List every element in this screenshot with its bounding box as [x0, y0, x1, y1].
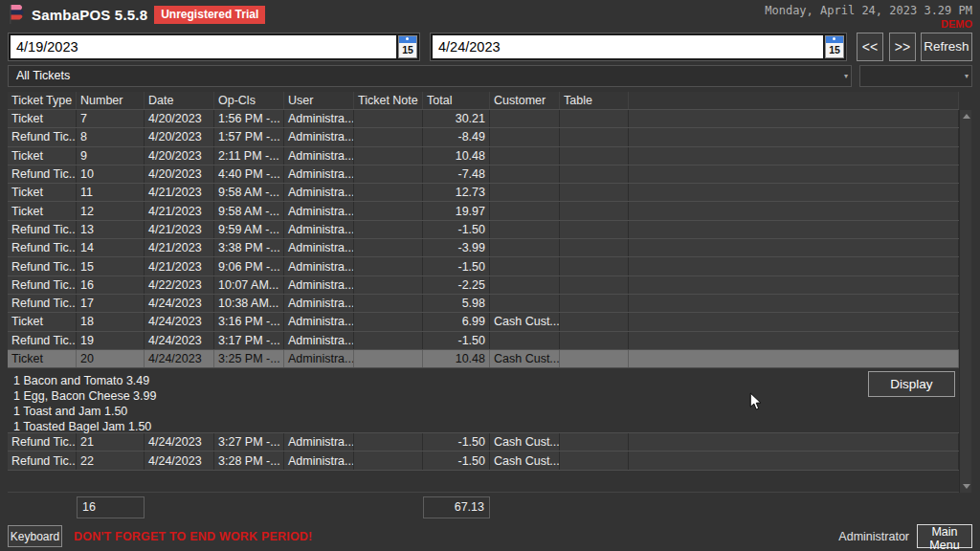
cell-date: 4/24/2023 — [145, 452, 214, 469]
cell-number: 11 — [77, 184, 145, 201]
title-bar: SambaPOS 5.5.8 Unregistered Trial Monday… — [0, 0, 980, 29]
cell-user: Administra... — [284, 276, 354, 294]
ticket-detail-line: 1 Bacon and Tomato 3.49 — [13, 373, 959, 388]
table-row-ticket-10[interactable]: Refund Tic...104/20/20234:40 PM -...Admi… — [8, 165, 959, 184]
column-header-customer[interactable]: Customer — [490, 92, 560, 109]
cell-filler — [629, 313, 959, 330]
table-row-ticket-17[interactable]: Refund Tic...174/24/202310:38 AM...Admin… — [8, 295, 959, 313]
keyboard-button[interactable]: Keyboard — [8, 525, 62, 547]
cell-user: Administra... — [284, 257, 354, 275]
table-row-ticket-12[interactable]: Ticket124/21/20239:58 AM -...Administra.… — [8, 202, 959, 220]
cell-table — [560, 452, 629, 469]
cell-filler — [629, 239, 959, 256]
table-row-ticket-19[interactable]: Refund Tic...194/24/20233:17 PM -...Admi… — [8, 332, 959, 350]
cell-number: 10 — [77, 165, 145, 183]
cell-date: 4/22/2023 — [145, 276, 214, 294]
cell-ticket-type: Ticket — [8, 110, 77, 127]
cell-number: 21 — [77, 433, 145, 451]
cell-filler — [629, 147, 959, 165]
next-period-button[interactable]: >> — [889, 33, 916, 61]
column-header-op-cls[interactable]: Op-Cls — [214, 92, 284, 109]
cell-table — [560, 276, 629, 294]
cell-filler — [629, 184, 959, 201]
table-row-ticket-16[interactable]: Refund Tic...164/22/202310:07 AM...Admin… — [8, 276, 959, 295]
ticket-detail-line: 1 Egg, Bacon Cheese 3.99 — [13, 388, 959, 404]
column-header-filler — [629, 92, 959, 109]
ticket-filter-value: All Tickets — [16, 69, 70, 82]
cell-number: 7 — [77, 110, 145, 127]
calendar-day-number: 15 — [826, 43, 843, 57]
column-header-table[interactable]: Table — [560, 92, 629, 109]
cell-table — [560, 433, 629, 451]
previous-period-button[interactable]: << — [857, 33, 883, 61]
start-date-input[interactable] — [11, 35, 396, 58]
cell-customer — [490, 295, 560, 312]
cell-customer — [490, 165, 560, 183]
table-row-ticket-18[interactable]: Ticket184/24/20233:16 PM -...Administra.… — [8, 313, 959, 331]
column-header-ticket-type[interactable]: Ticket Type — [8, 92, 77, 109]
table-row-ticket-20[interactable]: Ticket204/24/20233:25 PM -...Administra.… — [8, 350, 959, 368]
display-button[interactable]: Display — [868, 371, 955, 397]
cell-ticket-note — [354, 313, 423, 330]
cell-customer: Cash Cust... — [490, 350, 560, 367]
cell-op-cls: 3:16 PM -... — [214, 313, 284, 330]
table-row-ticket-21[interactable]: Refund Tic...214/24/20233:27 PM -...Admi… — [8, 433, 959, 452]
cell-table — [560, 147, 629, 165]
column-header-date[interactable]: Date — [145, 92, 214, 109]
cell-date: 4/21/2023 — [145, 257, 214, 275]
column-header-total[interactable]: Total — [423, 92, 490, 109]
vertical-scrollbar[interactable] — [959, 110, 971, 493]
cell-date: 4/24/2023 — [145, 350, 214, 367]
cell-op-cls: 9:06 PM -... — [214, 257, 284, 275]
table-row-ticket-15[interactable]: Refund Tic...154/21/20239:06 PM -...Admi… — [8, 257, 959, 276]
scroll-down-icon[interactable] — [963, 484, 970, 489]
cell-date: 4/21/2023 — [145, 239, 214, 256]
cell-total: -3.99 — [423, 239, 490, 256]
cell-user: Administra... — [284, 452, 354, 469]
table-row-ticket-7[interactable]: Ticket74/20/20231:56 PM -...Administra..… — [8, 110, 959, 128]
cell-user: Administra... — [284, 184, 354, 201]
secondary-filter-dropdown[interactable]: ▾ — [859, 65, 972, 87]
cell-filler — [629, 202, 959, 219]
clock-area: Monday, April 24, 2023 3.29 PM DEMO — [765, 0, 972, 30]
cell-table — [560, 221, 629, 238]
ticket-count-total: 16 — [77, 496, 145, 518]
end-date-calendar-button[interactable]: 15 — [825, 35, 844, 58]
table-row-ticket-14[interactable]: Refund Tic...144/21/20233:38 PM -...Admi… — [8, 239, 959, 257]
cell-ticket-type: Ticket — [8, 313, 77, 330]
cell-date: 4/20/2023 — [145, 128, 214, 145]
cell-total: -1.50 — [423, 257, 490, 275]
column-header-ticket-note[interactable]: Ticket Note — [354, 92, 423, 109]
cell-customer — [490, 276, 560, 294]
cell-customer: Cash Cust... — [490, 313, 560, 330]
cell-user: Administra... — [284, 313, 354, 330]
end-date-input[interactable] — [433, 35, 823, 58]
ticket-filter-dropdown[interactable]: All Tickets ▾ — [8, 65, 852, 87]
cell-ticket-type: Refund Tic... — [8, 332, 77, 349]
cell-number: 13 — [77, 221, 145, 238]
table-row-ticket-9[interactable]: Ticket94/20/20232:11 PM -...Administra..… — [8, 147, 959, 165]
cell-ticket-type: Refund Tic... — [8, 239, 77, 256]
cell-ticket-note — [354, 165, 423, 183]
cell-total: -7.48 — [423, 165, 490, 183]
table-row-ticket-8[interactable]: Refund Tic...84/20/20231:57 PM -...Admin… — [8, 128, 959, 146]
column-header-number[interactable]: Number — [77, 92, 145, 109]
main-menu-button[interactable]: Main Menu — [917, 524, 972, 548]
cell-ticket-type: Refund Tic... — [8, 295, 77, 312]
refresh-button[interactable]: Refresh — [921, 33, 972, 61]
cell-total: 10.48 — [423, 350, 490, 367]
cell-date: 4/20/2023 — [145, 165, 214, 183]
table-row-ticket-13[interactable]: Refund Tic...134/21/20239:59 AM -...Admi… — [8, 221, 959, 239]
cell-number: 22 — [77, 452, 145, 469]
work-period-warning: DON'T FORGET TO END WORK PERIOD! — [74, 530, 312, 543]
table-rows: Ticket74/20/20231:56 PM -...Administra..… — [8, 110, 959, 471]
table-row-ticket-11[interactable]: Ticket114/21/20239:58 AM -...Administra.… — [8, 184, 959, 202]
cell-ticket-note — [354, 221, 423, 238]
cell-table — [560, 184, 629, 201]
cell-number: 15 — [77, 257, 145, 275]
column-header-user[interactable]: User — [284, 92, 354, 109]
scroll-up-icon[interactable] — [963, 114, 970, 119]
cell-user: Administra... — [284, 147, 354, 165]
table-row-ticket-22[interactable]: Refund Tic...224/24/20233:28 PM -...Admi… — [8, 452, 959, 470]
start-date-calendar-button[interactable]: 15 — [398, 35, 417, 58]
